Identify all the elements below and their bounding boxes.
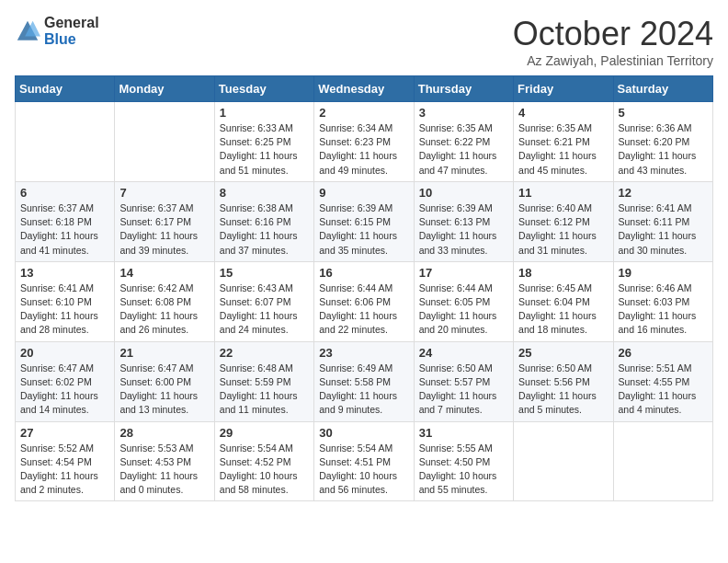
calendar-cell: 27Sunrise: 5:52 AM Sunset: 4:54 PM Dayli… [16, 421, 115, 501]
day-info: Sunrise: 6:39 AM Sunset: 6:15 PM Dayligh… [319, 201, 408, 258]
calendar-cell: 2Sunrise: 6:34 AM Sunset: 6:23 PM Daylig… [314, 102, 414, 182]
day-info: Sunrise: 6:42 AM Sunset: 6:08 PM Dayligh… [119, 282, 209, 338]
day-info: Sunrise: 6:34 AM Sunset: 6:23 PM Dayligh… [319, 121, 408, 178]
day-info: Sunrise: 6:48 AM Sunset: 5:59 PM Dayligh… [220, 362, 309, 418]
day-number: 13 [20, 266, 109, 280]
calendar-cell: 20Sunrise: 6:47 AM Sunset: 6:02 PM Dayli… [16, 341, 115, 421]
day-number: 19 [619, 266, 708, 280]
day-info: Sunrise: 6:45 AM Sunset: 6:04 PM Dayligh… [518, 282, 608, 338]
day-number: 29 [220, 426, 309, 440]
day-info: Sunrise: 6:49 AM Sunset: 5:58 PM Dayligh… [319, 362, 408, 418]
calendar-cell: 10Sunrise: 6:39 AM Sunset: 6:13 PM Dayli… [414, 181, 513, 261]
day-number: 26 [619, 346, 708, 360]
day-info: Sunrise: 6:36 AM Sunset: 6:20 PM Dayligh… [619, 121, 708, 178]
day-number: 1 [220, 106, 309, 120]
weekday-header-friday: Friday [514, 76, 613, 102]
day-number: 5 [619, 106, 708, 120]
day-number: 14 [119, 266, 209, 280]
calendar-week-3: 13Sunrise: 6:41 AM Sunset: 6:10 PM Dayli… [16, 261, 713, 341]
day-info: Sunrise: 6:40 AM Sunset: 6:12 PM Dayligh… [518, 201, 608, 258]
day-info: Sunrise: 6:44 AM Sunset: 6:06 PM Dayligh… [319, 282, 408, 338]
day-info: Sunrise: 6:39 AM Sunset: 6:13 PM Dayligh… [419, 201, 508, 258]
day-info: Sunrise: 6:46 AM Sunset: 6:03 PM Dayligh… [619, 282, 708, 338]
day-info: Sunrise: 6:37 AM Sunset: 6:17 PM Dayligh… [119, 201, 209, 258]
day-info: Sunrise: 6:44 AM Sunset: 6:05 PM Dayligh… [419, 282, 508, 338]
day-number: 22 [220, 346, 309, 360]
calendar-cell: 26Sunrise: 5:51 AM Sunset: 4:55 PM Dayli… [613, 341, 712, 421]
calendar-cell: 1Sunrise: 6:33 AM Sunset: 6:25 PM Daylig… [214, 102, 313, 182]
day-info: Sunrise: 6:47 AM Sunset: 6:00 PM Dayligh… [119, 362, 209, 418]
location-subtitle: Az Zawiyah, Palestinian Territory [513, 53, 713, 68]
calendar-cell: 15Sunrise: 6:43 AM Sunset: 6:07 PM Dayli… [214, 261, 313, 341]
calendar-cell [613, 421, 712, 501]
calendar-cell: 22Sunrise: 6:48 AM Sunset: 5:59 PM Dayli… [214, 341, 313, 421]
calendar-cell: 5Sunrise: 6:36 AM Sunset: 6:20 PM Daylig… [613, 102, 712, 182]
day-number: 27 [20, 426, 109, 440]
day-number: 24 [419, 346, 508, 360]
calendar-cell: 17Sunrise: 6:44 AM Sunset: 6:05 PM Dayli… [414, 261, 513, 341]
calendar-cell: 8Sunrise: 6:38 AM Sunset: 6:16 PM Daylig… [214, 181, 313, 261]
calendar-week-2: 6Sunrise: 6:37 AM Sunset: 6:18 PM Daylig… [16, 181, 713, 261]
calendar-cell: 14Sunrise: 6:42 AM Sunset: 6:08 PM Dayli… [115, 261, 214, 341]
calendar-table: SundayMondayTuesdayWednesdayThursdayFrid… [15, 75, 713, 501]
day-info: Sunrise: 6:43 AM Sunset: 6:07 PM Dayligh… [220, 282, 309, 338]
calendar-week-5: 27Sunrise: 5:52 AM Sunset: 4:54 PM Dayli… [16, 421, 713, 501]
day-info: Sunrise: 5:54 AM Sunset: 4:51 PM Dayligh… [319, 442, 408, 498]
calendar-cell: 9Sunrise: 6:39 AM Sunset: 6:15 PM Daylig… [314, 181, 414, 261]
day-number: 21 [119, 346, 209, 360]
calendar-header: SundayMondayTuesdayWednesdayThursdayFrid… [16, 76, 713, 102]
day-number: 4 [518, 106, 608, 120]
day-info: Sunrise: 6:35 AM Sunset: 6:21 PM Dayligh… [518, 121, 608, 178]
logo: General Blue [15, 15, 99, 47]
day-info: Sunrise: 6:41 AM Sunset: 6:11 PM Dayligh… [619, 201, 708, 258]
logo-general-text: General [44, 15, 99, 31]
calendar-week-1: 1Sunrise: 6:33 AM Sunset: 6:25 PM Daylig… [16, 102, 713, 182]
calendar-cell [514, 421, 613, 501]
day-info: Sunrise: 6:37 AM Sunset: 6:18 PM Dayligh… [20, 201, 109, 258]
day-number: 16 [319, 266, 408, 280]
day-info: Sunrise: 6:33 AM Sunset: 6:25 PM Dayligh… [220, 121, 309, 178]
calendar-body: 1Sunrise: 6:33 AM Sunset: 6:25 PM Daylig… [16, 102, 713, 501]
calendar-cell: 28Sunrise: 5:53 AM Sunset: 4:53 PM Dayli… [115, 421, 214, 501]
day-number: 20 [20, 346, 109, 360]
day-number: 2 [319, 106, 408, 120]
day-info: Sunrise: 6:50 AM Sunset: 5:57 PM Dayligh… [419, 362, 508, 418]
calendar-cell: 7Sunrise: 6:37 AM Sunset: 6:17 PM Daylig… [115, 181, 214, 261]
day-number: 17 [419, 266, 508, 280]
day-info: Sunrise: 5:53 AM Sunset: 4:53 PM Dayligh… [119, 442, 209, 498]
weekday-header-row: SundayMondayTuesdayWednesdayThursdayFrid… [16, 76, 713, 102]
day-number: 6 [20, 186, 109, 200]
day-info: Sunrise: 6:38 AM Sunset: 6:16 PM Dayligh… [220, 201, 309, 258]
calendar-cell: 4Sunrise: 6:35 AM Sunset: 6:21 PM Daylig… [514, 102, 613, 182]
calendar-cell: 13Sunrise: 6:41 AM Sunset: 6:10 PM Dayli… [16, 261, 115, 341]
calendar-cell: 25Sunrise: 6:50 AM Sunset: 5:56 PM Dayli… [514, 341, 613, 421]
day-info: Sunrise: 5:55 AM Sunset: 4:50 PM Dayligh… [419, 442, 508, 498]
day-number: 9 [319, 186, 408, 200]
day-number: 30 [319, 426, 408, 440]
month-title: October 2024 [513, 15, 713, 53]
day-number: 18 [518, 266, 608, 280]
weekday-header-thursday: Thursday [414, 76, 513, 102]
page-header: General Blue October 2024 Az Zawiyah, Pa… [15, 15, 713, 68]
day-info: Sunrise: 5:54 AM Sunset: 4:52 PM Dayligh… [220, 442, 309, 498]
day-number: 3 [419, 106, 508, 120]
day-number: 23 [319, 346, 408, 360]
weekday-header-tuesday: Tuesday [214, 76, 313, 102]
calendar-cell: 29Sunrise: 5:54 AM Sunset: 4:52 PM Dayli… [214, 421, 313, 501]
day-info: Sunrise: 6:47 AM Sunset: 6:02 PM Dayligh… [20, 362, 109, 418]
calendar-cell [16, 102, 115, 182]
day-number: 25 [518, 346, 608, 360]
day-info: Sunrise: 5:52 AM Sunset: 4:54 PM Dayligh… [20, 442, 109, 498]
day-number: 7 [119, 186, 209, 200]
calendar-cell: 19Sunrise: 6:46 AM Sunset: 6:03 PM Dayli… [613, 261, 712, 341]
calendar-cell [115, 102, 214, 182]
calendar-cell: 18Sunrise: 6:45 AM Sunset: 6:04 PM Dayli… [514, 261, 613, 341]
logo-blue-text: Blue [44, 31, 99, 48]
title-block: October 2024 Az Zawiyah, Palestinian Ter… [513, 15, 713, 68]
day-number: 8 [220, 186, 309, 200]
day-info: Sunrise: 6:41 AM Sunset: 6:10 PM Dayligh… [20, 282, 109, 338]
calendar-cell: 11Sunrise: 6:40 AM Sunset: 6:12 PM Dayli… [514, 181, 613, 261]
weekday-header-sunday: Sunday [16, 76, 115, 102]
day-number: 12 [619, 186, 708, 200]
calendar-cell: 16Sunrise: 6:44 AM Sunset: 6:06 PM Dayli… [314, 261, 414, 341]
